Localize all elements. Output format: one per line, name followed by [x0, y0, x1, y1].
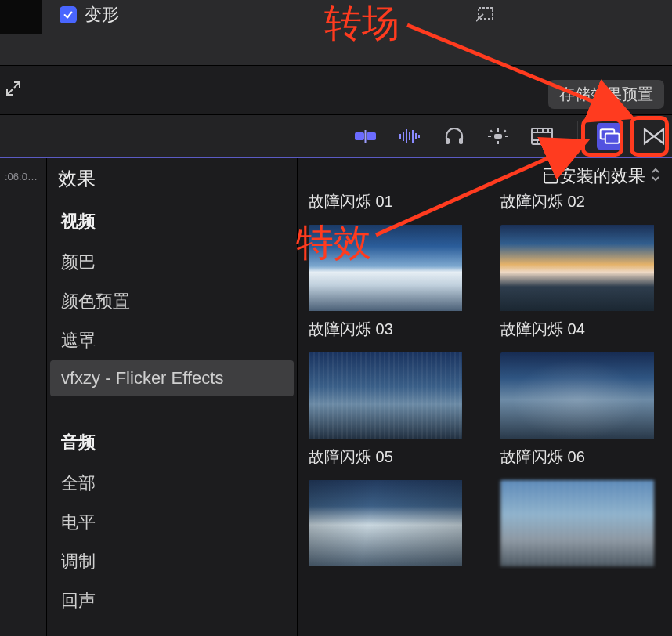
- thumbnail-image: [309, 480, 462, 566]
- effect-thumbnail[interactable]: [500, 480, 661, 566]
- svg-line-2: [8, 89, 13, 94]
- svg-line-3: [14, 83, 19, 88]
- crop-icon[interactable]: [476, 5, 497, 27]
- expand-fullscreen-icon[interactable]: [5, 80, 22, 100]
- filmstrip-icon[interactable]: [529, 123, 555, 150]
- inspector-left-crop: [0, 0, 42, 34]
- sidebar-item-echo[interactable]: 回声: [47, 581, 297, 620]
- toolbar-separator: [577, 121, 578, 151]
- strip-row: 存储效果预置: [0, 66, 672, 115]
- media-toolbar: [0, 115, 672, 158]
- panel-title: 效果: [47, 158, 297, 199]
- svg-rect-19: [497, 128, 499, 132]
- content-header: 已安装的效果: [309, 158, 661, 194]
- main-split: :06:0… 效果 视频 颜巴 颜色预置 遮罩 vfxzy - Flicker …: [0, 158, 672, 636]
- effect-thumbnail[interactable]: 故障闪烁 05: [309, 352, 469, 468]
- svg-rect-12: [415, 133, 417, 139]
- light-flare-icon[interactable]: [485, 123, 511, 150]
- sidebar-item-color[interactable]: 颜巴: [47, 243, 297, 282]
- svg-rect-7: [399, 134, 401, 139]
- video-category-header: 视频: [47, 199, 297, 243]
- sidebar-item-modulation[interactable]: 调制: [47, 542, 297, 581]
- thumbnail-image: [309, 352, 462, 439]
- effect-thumbnail[interactable]: 故障闪烁 01: [309, 193, 469, 212]
- svg-rect-5: [367, 132, 376, 140]
- svg-rect-9: [406, 129, 407, 143]
- headphones-icon[interactable]: [441, 123, 468, 150]
- thumbnail-label: 故障闪烁 04: [500, 319, 661, 340]
- transform-row: 变形: [60, 3, 119, 27]
- sidebar-item-mask[interactable]: 遮罩: [47, 321, 297, 360]
- svg-rect-4: [355, 132, 364, 140]
- transitions-browser-icon[interactable]: [641, 123, 667, 150]
- svg-rect-21: [490, 129, 493, 132]
- effects-content: 已安装的效果 故障闪烁 01 故障闪烁 02 故障闪烁 03: [298, 158, 672, 636]
- svg-rect-22: [504, 129, 506, 132]
- thumbnail-image: [500, 480, 654, 566]
- sidebar-item-flicker-effects[interactable]: vfxzy - Flicker Effects: [50, 360, 294, 396]
- audio-waveform-icon[interactable]: [397, 123, 424, 150]
- transform-checkbox[interactable]: [60, 6, 77, 23]
- installed-effects-dropdown[interactable]: 已安装的效果: [542, 164, 645, 188]
- svg-rect-16: [494, 134, 502, 139]
- svg-rect-13: [418, 135, 420, 138]
- thumbnail-label: 故障闪烁 05: [309, 446, 469, 468]
- effects-browser-icon[interactable]: [597, 123, 623, 150]
- svg-line-1: [476, 14, 483, 21]
- svg-rect-14: [446, 138, 450, 144]
- effects-sidebar: 效果 视频 颜巴 颜色预置 遮罩 vfxzy - Flicker Effects…: [47, 158, 298, 636]
- sidebar-item-all[interactable]: 全部: [47, 464, 297, 503]
- thumbnail-label: 故障闪烁 03: [309, 319, 469, 340]
- save-effect-preset-label: 存储效果预置: [559, 85, 653, 103]
- thumbnail-image: [309, 225, 462, 311]
- transform-label: 变形: [85, 3, 119, 27]
- chevron-updown-icon[interactable]: [650, 166, 661, 186]
- svg-rect-18: [505, 136, 508, 137]
- svg-rect-8: [403, 132, 404, 141]
- effect-thumbnail[interactable]: 故障闪烁 04: [500, 225, 661, 340]
- thumbnail-image: [500, 352, 654, 439]
- effect-thumbnail[interactable]: 故障闪烁 06: [500, 352, 661, 468]
- effect-thumbnail[interactable]: [309, 480, 469, 566]
- clip-trim-icon[interactable]: [353, 123, 380, 150]
- svg-rect-20: [497, 141, 499, 144]
- sidebar-item-levels[interactable]: 电平: [47, 503, 297, 542]
- thumbnail-image: [500, 225, 654, 311]
- svg-rect-6: [365, 130, 367, 143]
- time-tick: :06:0…: [5, 171, 38, 182]
- svg-rect-10: [409, 132, 410, 140]
- svg-rect-33: [605, 133, 620, 143]
- svg-rect-15: [459, 138, 463, 144]
- svg-rect-11: [412, 130, 414, 143]
- svg-rect-17: [488, 136, 491, 137]
- thumbnail-label: 故障闪烁 02: [500, 191, 661, 212]
- thumbnail-label: 故障闪烁 06: [500, 446, 661, 468]
- save-effect-preset-button[interactable]: 存储效果预置: [548, 80, 664, 109]
- audio-category-header: 音频: [47, 420, 297, 464]
- sidebar-item-color-presets[interactable]: 颜色预置: [47, 282, 297, 321]
- inspector-bar: 变形: [0, 0, 672, 66]
- thumbnail-grid: 故障闪烁 01 故障闪烁 02 故障闪烁 03 故障闪烁 04 故障闪烁 05 …: [309, 193, 661, 566]
- effect-thumbnail[interactable]: 故障闪烁 03: [309, 225, 469, 340]
- sidebar-spacer: [47, 396, 297, 420]
- effect-thumbnail[interactable]: 故障闪烁 02: [500, 193, 661, 212]
- time-ruler-column: :06:0…: [0, 158, 47, 636]
- thumbnail-label: 故障闪烁 01: [309, 191, 469, 212]
